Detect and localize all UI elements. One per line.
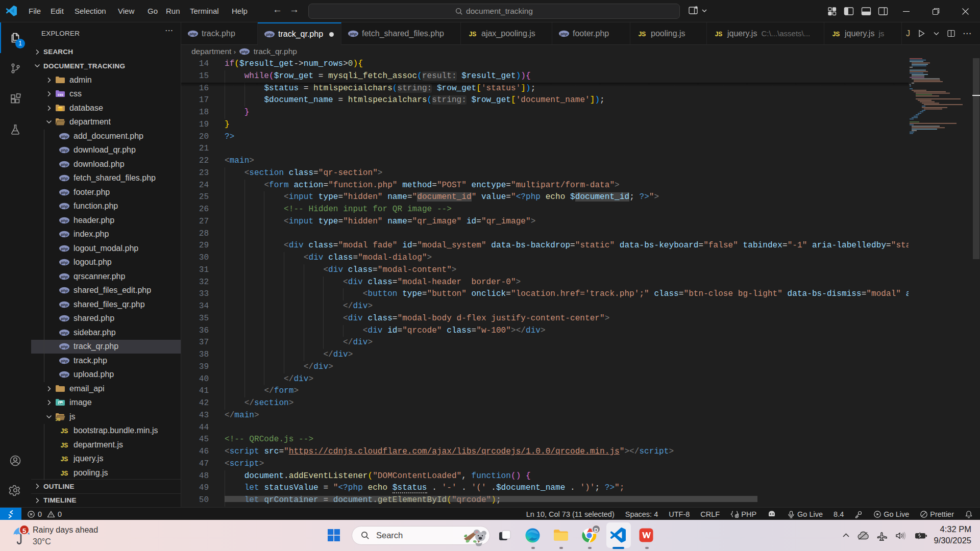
svg-text:JS: JS <box>61 456 68 463</box>
svg-text:php: php <box>560 31 568 36</box>
svg-text:php: php <box>60 190 68 194</box>
svg-text:php: php <box>60 246 68 251</box>
svg-text:php: php <box>349 31 357 36</box>
svg-text:php: php <box>60 134 68 138</box>
svg-text:php: php <box>60 358 68 363</box>
svg-text:JS: JS <box>61 442 68 449</box>
svg-text:php: php <box>60 176 68 181</box>
svg-text:JS: JS <box>61 470 68 477</box>
svg-text:php: php <box>60 218 68 222</box>
svg-text:php: php <box>60 162 68 166</box>
svg-text:php: php <box>60 274 68 279</box>
svg-text:php: php <box>189 31 197 36</box>
svg-text:JS: JS <box>715 31 723 38</box>
svg-text:php: php <box>60 316 68 321</box>
svg-text:php: php <box>60 344 68 349</box>
svg-text:php: php <box>60 372 68 377</box>
svg-text:php: php <box>265 32 273 37</box>
svg-text:JS: JS <box>832 31 840 38</box>
svg-text:php: php <box>60 204 68 209</box>
svg-text:JS: JS <box>56 417 61 422</box>
svg-text:JS: JS <box>61 428 68 435</box>
svg-text:php: php <box>60 302 68 307</box>
svg-text:php: php <box>60 232 68 237</box>
svg-text:JS: JS <box>639 31 646 38</box>
svg-text:php: php <box>60 148 68 153</box>
svg-text:php: php <box>60 260 68 265</box>
svg-text:php: php <box>60 330 68 335</box>
svg-text:css: css <box>58 93 63 96</box>
svg-text:php: php <box>60 288 68 293</box>
svg-text:JS: JS <box>469 31 477 38</box>
svg-text:php: php <box>241 49 249 54</box>
